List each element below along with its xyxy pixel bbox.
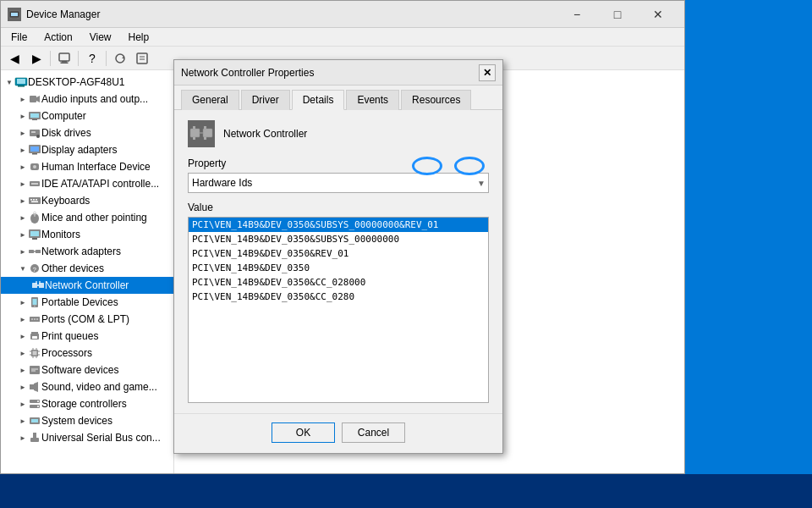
device-large-icon: [188, 120, 215, 147]
svg-rect-88: [193, 137, 195, 140]
tab-events[interactable]: Events: [346, 90, 399, 110]
tab-general[interactable]: General: [181, 90, 239, 110]
value-item-3[interactable]: PCI\VEN_14B9&DEV_0350: [189, 261, 488, 275]
dialog-close-button[interactable]: ✕: [479, 64, 496, 81]
device-name: Network Controller: [223, 128, 307, 140]
svg-rect-86: [193, 126, 195, 129]
value-item-1[interactable]: PCI\VEN_14B9&DEV_0350&SUBSYS_00000000: [189, 232, 488, 246]
property-select-wrapper: Hardware Ids Compatible Ids Device Descr…: [188, 173, 489, 193]
dialog-title: Network Controller Properties: [181, 67, 314, 79]
dialog-footer: OK Cancel: [174, 413, 502, 453]
value-list: PCI\VEN_14B9&DEV_0350&SUBSYS_00000000&RE…: [188, 217, 489, 403]
dialog-body: Network Controller Property Hardware Ids…: [174, 110, 502, 413]
property-label-text: Property: [188, 157, 489, 169]
network-device-icon: [189, 122, 213, 146]
value-item-0[interactable]: PCI\VEN_14B9&DEV_0350&SUBSYS_00000000&RE…: [189, 218, 488, 232]
dialog-tabs: General Driver Details Events Resources: [174, 86, 502, 110]
value-item-5[interactable]: PCI\VEN_14B9&DEV_0350&CC_0280: [189, 290, 488, 304]
device-header: Network Controller: [188, 120, 489, 147]
svg-rect-83: [190, 129, 200, 137]
property-select[interactable]: Hardware Ids Compatible Ids Device Descr…: [188, 173, 489, 193]
value-item-4[interactable]: PCI\VEN_14B9&DEV_0350&CC_028000: [189, 275, 488, 290]
tab-driver[interactable]: Driver: [241, 90, 290, 110]
tab-resources[interactable]: Resources: [401, 90, 471, 110]
value-item-2[interactable]: PCI\VEN_14B9&DEV_0350&REV_01: [189, 246, 488, 261]
modal-overlay: Network Controller Properties ✕ General …: [0, 0, 812, 508]
svg-rect-89: [204, 137, 206, 140]
cancel-button[interactable]: Cancel: [342, 422, 405, 443]
svg-rect-84: [203, 129, 212, 137]
svg-rect-87: [204, 126, 206, 129]
tab-details[interactable]: Details: [292, 90, 345, 110]
dialog-title-bar: Network Controller Properties ✕: [174, 60, 502, 86]
value-label-text: Value: [188, 202, 489, 213]
network-controller-dialog: Network Controller Properties ✕ General …: [173, 59, 503, 454]
ok-button[interactable]: OK: [272, 422, 335, 443]
